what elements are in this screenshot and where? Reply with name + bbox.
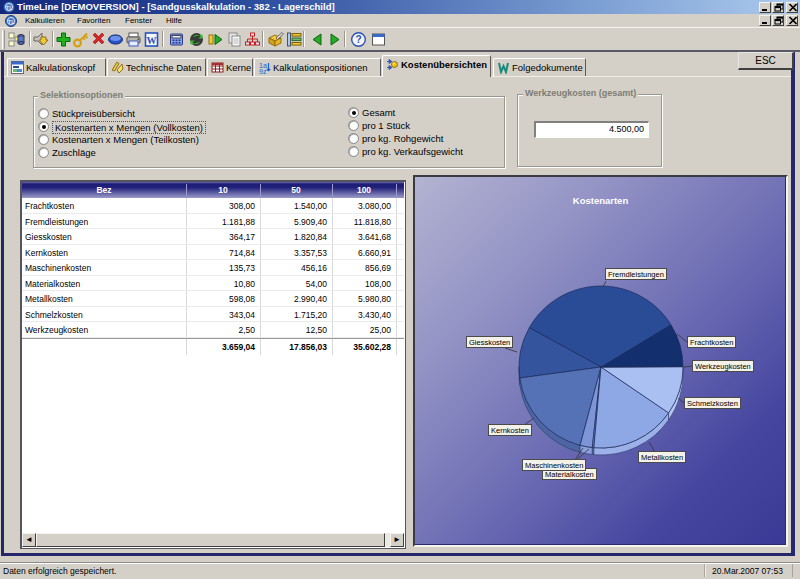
svg-text:TL: TL (7, 19, 15, 25)
svg-text:TL: TL (5, 5, 13, 11)
svg-text:?: ? (355, 34, 361, 45)
svg-text:9z: 9z (259, 68, 267, 74)
svg-text:W: W (147, 35, 157, 46)
